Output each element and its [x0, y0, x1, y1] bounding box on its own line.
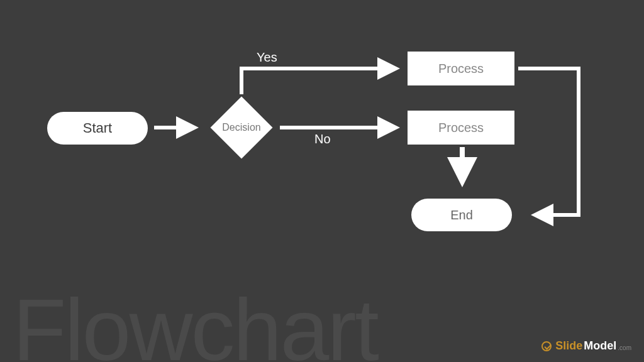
- process-node-1: Process: [408, 52, 514, 85]
- decision-node: Decision: [210, 96, 273, 159]
- process-node-2: Process: [408, 111, 514, 145]
- brand-check-icon: [541, 341, 552, 351]
- yes-label: Yes: [257, 50, 277, 65]
- start-node: Start: [47, 112, 148, 145]
- flowchart-canvas: Start Decision Process Process End Yes N…: [0, 0, 644, 362]
- no-label: No: [314, 132, 331, 146]
- brand-text-1: Slide: [555, 339, 582, 353]
- brand-suffix: .com: [618, 344, 631, 351]
- connector-lines: [0, 0, 644, 362]
- process1-label: Process: [438, 62, 484, 76]
- decision-label: Decision: [222, 122, 260, 133]
- end-node: End: [411, 199, 512, 231]
- brand-logo: SlideModel .com: [541, 339, 631, 353]
- end-label: End: [450, 208, 473, 222]
- start-label: Start: [83, 120, 112, 136]
- process2-label: Process: [438, 121, 484, 135]
- brand-text-2: Model: [584, 339, 616, 353]
